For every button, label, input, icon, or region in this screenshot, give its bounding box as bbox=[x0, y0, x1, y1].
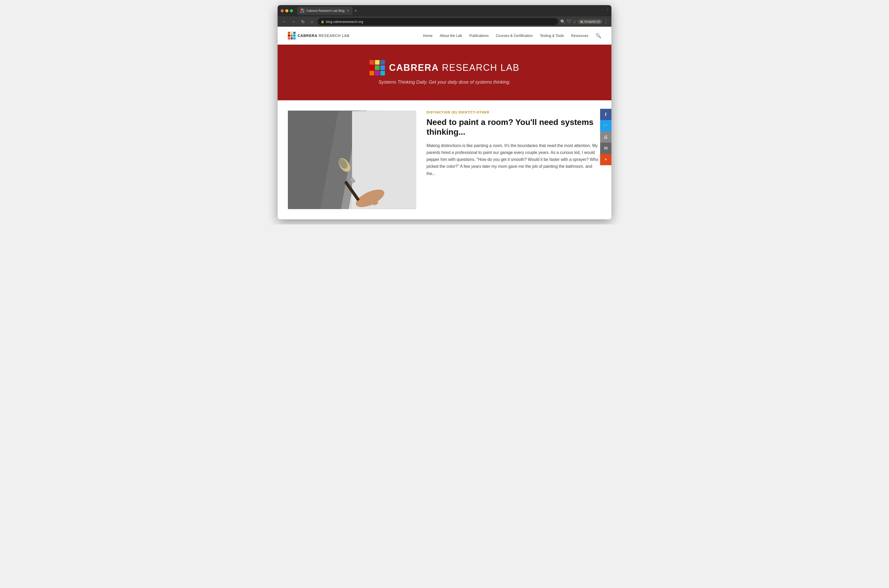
logo-text: CABRERA RESEARCH LAB bbox=[298, 34, 349, 38]
email-icon: ✉ bbox=[604, 146, 608, 151]
logo-brand: CABRERA bbox=[298, 34, 317, 38]
nav-resources[interactable]: Resources bbox=[571, 34, 588, 38]
nav-home[interactable]: Home bbox=[423, 34, 432, 38]
article-image bbox=[288, 111, 416, 209]
site-header: CABRERA RESEARCH LAB Home About the Lab … bbox=[278, 27, 611, 45]
article-section: DISTINCTION (D) IDENTITY-OTHER Need to p… bbox=[278, 100, 611, 219]
email-share-button[interactable]: ✉ bbox=[600, 142, 611, 154]
page-content: CABRERA RESEARCH LAB Home About the Lab … bbox=[278, 27, 611, 219]
url-text: blog.cabreraresearch.org bbox=[326, 20, 363, 24]
hero-tagline: Systems Thinking Daily. Get your daily d… bbox=[379, 80, 510, 85]
browser-toolbar: ← → ↻ ⌂ 🔒 blog.cabreraresearch.org 🔍 🛡 ☆… bbox=[278, 16, 611, 27]
article-body: DISTINCTION (D) IDENTITY-OTHER Need to p… bbox=[427, 111, 601, 209]
more-share-button[interactable]: + bbox=[600, 154, 611, 165]
toolbar-right: 🔍 🛡 ☆ 🕵 Incognito (2) ⋮ bbox=[560, 19, 608, 24]
print-button[interactable]: 🖨 bbox=[600, 131, 611, 142]
zoom-icon: 🔍 bbox=[560, 19, 566, 24]
hero-logo-brand: CABRERA bbox=[389, 62, 439, 73]
refresh-button[interactable]: ↻ bbox=[299, 18, 306, 25]
tab-close-icon[interactable]: ✕ bbox=[347, 9, 349, 13]
site-logo[interactable]: CABRERA RESEARCH LAB bbox=[288, 32, 349, 39]
paint-scene-illustration bbox=[288, 111, 416, 209]
active-tab[interactable]: Cabrera Research Lab Blog ✕ bbox=[297, 7, 352, 15]
minimize-button[interactable] bbox=[285, 9, 288, 12]
forward-button[interactable]: → bbox=[290, 18, 297, 25]
address-bar[interactable]: 🔒 blog.cabreraresearch.org bbox=[317, 18, 558, 25]
hero-wrapper: CABRERA RESEARCH LAB Systems Thinking Da… bbox=[278, 45, 611, 100]
window-controls: ˅ bbox=[606, 9, 608, 13]
traffic-lights bbox=[281, 9, 293, 12]
shield-icon: 🛡 bbox=[567, 19, 571, 24]
hero-logo-grid-icon bbox=[370, 60, 385, 75]
print-icon: 🖨 bbox=[603, 134, 608, 140]
hero-logo-text: CABRERA RESEARCH LAB bbox=[389, 62, 519, 73]
hero-logo-rest: RESEARCH LAB bbox=[439, 62, 519, 73]
nav-testing-tools[interactable]: Testing & Tools bbox=[540, 34, 564, 38]
facebook-icon: f bbox=[605, 112, 606, 117]
incognito-icon: 🕵 bbox=[580, 20, 584, 23]
site-nav: Home About the Lab Publications Courses … bbox=[423, 33, 601, 39]
social-sidebar: f 🐦 🖨 ✉ + bbox=[600, 109, 611, 165]
hero-banner: CABRERA RESEARCH LAB Systems Thinking Da… bbox=[278, 45, 611, 100]
nav-about[interactable]: About the Lab bbox=[439, 34, 462, 38]
nav-publications[interactable]: Publications bbox=[469, 34, 489, 38]
nav-courses[interactable]: Courses & Certification bbox=[496, 34, 532, 38]
logo-rest: RESEARCH LAB bbox=[317, 34, 349, 38]
tab-title: Cabrera Research Lab Blog bbox=[306, 9, 344, 13]
article-title: Need to paint a room? You'll need system… bbox=[427, 117, 601, 137]
tab-bar: Cabrera Research Lab Blog ✕ + bbox=[297, 7, 605, 15]
paint-brush-svg bbox=[288, 111, 416, 209]
back-button[interactable]: ← bbox=[281, 18, 288, 25]
home-button[interactable]: ⌂ bbox=[308, 18, 316, 25]
logo-grid-icon bbox=[288, 32, 296, 39]
more-icon: + bbox=[605, 157, 607, 162]
article-category: DISTINCTION (D) IDENTITY-OTHER bbox=[427, 111, 601, 114]
facebook-share-button[interactable]: f bbox=[600, 109, 611, 120]
article-excerpt: Making distinctions is like painting a r… bbox=[427, 142, 601, 177]
tab-favicon bbox=[300, 9, 304, 13]
svg-rect-1 bbox=[352, 111, 416, 208]
twitter-icon: 🐦 bbox=[603, 123, 609, 129]
menu-icon[interactable]: ⋮ bbox=[604, 19, 608, 24]
incognito-text: Incognito (2) bbox=[584, 20, 600, 23]
incognito-badge: 🕵 Incognito (2) bbox=[578, 20, 602, 24]
star-icon[interactable]: ☆ bbox=[573, 19, 576, 24]
new-tab-button[interactable]: + bbox=[352, 8, 359, 14]
hero-logo: CABRERA RESEARCH LAB bbox=[370, 60, 519, 75]
twitter-share-button[interactable]: 🐦 bbox=[600, 120, 611, 131]
lock-icon: 🔒 bbox=[321, 20, 324, 23]
close-button[interactable] bbox=[281, 9, 284, 12]
browser-titlebar: Cabrera Research Lab Blog ✕ + ˅ bbox=[278, 5, 611, 16]
maximize-button[interactable] bbox=[290, 9, 293, 12]
search-button[interactable]: 🔍 bbox=[596, 33, 601, 39]
